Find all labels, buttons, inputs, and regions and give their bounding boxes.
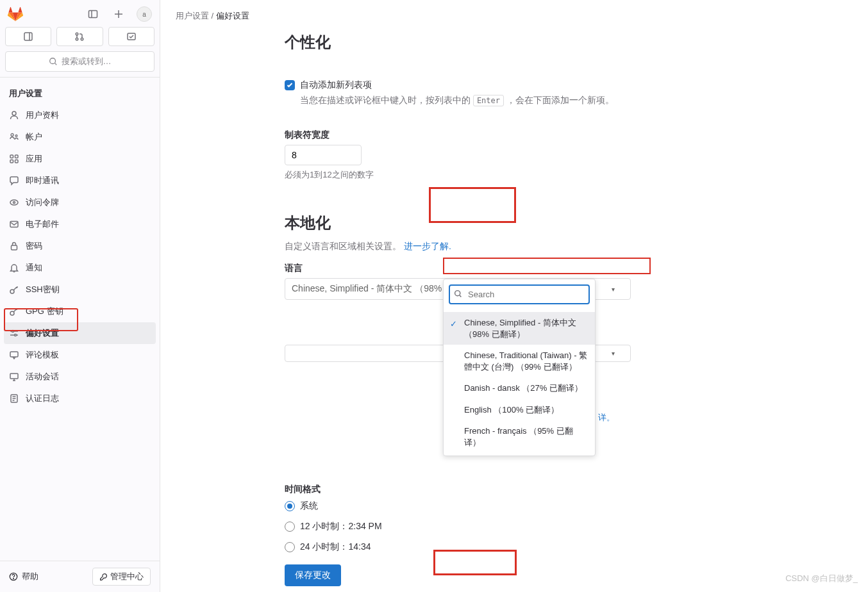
dropdown-option[interactable]: French - français （95% 已翻译） [444, 420, 595, 453]
log-icon [9, 393, 19, 404]
sidebar-item-password[interactable]: 密码 [0, 235, 160, 257]
link-fragment: 详。 [598, 412, 615, 423]
chat-icon [9, 176, 19, 186]
checkbox-label: 自动添加新列表项 [300, 79, 372, 91]
token-icon [9, 197, 19, 208]
comment-icon [9, 350, 19, 360]
search-icon [454, 290, 462, 300]
svg-point-10 [12, 111, 16, 115]
key-icon [9, 284, 19, 295]
main-content: 用户设置 / 偏好设置 个性化 自动添加新列表项 当您在描述或评论框中键入时，按… [160, 0, 868, 592]
personalization-title: 个性化 [285, 32, 741, 53]
dropdown-search-input[interactable] [449, 284, 590, 304]
nav-label: GPG 密钥 [26, 306, 63, 317]
chevron-down-icon: ▾ [612, 350, 615, 357]
sidebar-item-chat[interactable]: 即时通讯 [0, 170, 160, 192]
svg-point-17 [10, 200, 18, 205]
nav-label: SSH密钥 [26, 284, 60, 295]
nav-label: 电子邮件 [26, 218, 59, 230]
nav-label: 应用 [26, 153, 42, 165]
breadcrumb-current: 偏好设置 [216, 11, 249, 21]
svg-point-8 [49, 58, 55, 64]
breadcrumb-parent[interactable]: 用户设置 [176, 11, 209, 21]
svg-rect-13 [10, 155, 13, 158]
search-input[interactable]: 搜索或转到… [5, 51, 154, 72]
svg-rect-0 [89, 11, 97, 18]
svg-point-26 [15, 334, 17, 336]
lock-icon [9, 241, 19, 251]
dropdown-option[interactable]: Chinese, Traditional (Taiwan) - 繁體中文 (台灣… [444, 345, 595, 377]
svg-rect-27 [10, 352, 18, 357]
sidebar-item-profile[interactable]: 用户资料 [0, 104, 160, 126]
sidebar-item-authlog[interactable]: 认证日志 [0, 388, 160, 409]
time-radio-12h[interactable] [285, 522, 295, 532]
language-label: 语言 [285, 263, 741, 274]
sidebar-item-notifications[interactable]: 通知 [0, 257, 160, 279]
search-placeholder: 搜索或转到… [62, 56, 112, 67]
localization-desc: 自定义语言和区域相关设置。 进一步了解. [285, 241, 741, 252]
svg-line-38 [460, 295, 461, 296]
tab-width-label: 制表符宽度 [285, 129, 741, 141]
chevron-down-icon: ▾ [612, 286, 615, 293]
nav-label: 访问令牌 [26, 197, 59, 208]
user-avatar[interactable]: a [137, 6, 152, 22]
svg-rect-14 [15, 155, 19, 158]
account-icon [9, 132, 19, 142]
auto-add-checkbox[interactable] [285, 80, 295, 90]
profile-icon [9, 110, 19, 120]
todos-button[interactable] [108, 27, 154, 46]
nav-label: 活动会话 [26, 371, 59, 382]
svg-rect-2 [24, 33, 32, 40]
nav-label: 帐户 [26, 131, 42, 143]
tab-width-help: 必须为1到12之间的数字 [285, 169, 741, 181]
sidebar-item-email[interactable]: 电子邮件 [0, 213, 160, 235]
wrench-icon [99, 573, 108, 581]
language-dropdown: ✓Chinese, Simplified - 简体中文 （98% 已翻译） Ch… [443, 279, 596, 456]
dropdown-option[interactable]: ✓Chinese, Simplified - 简体中文 （98% 已翻译） [444, 312, 595, 345]
svg-rect-15 [10, 160, 13, 163]
help-label: 帮助 [22, 571, 38, 582]
merge-requests-button[interactable] [56, 27, 103, 46]
dropdown-option[interactable]: English （100% 已翻译） [444, 399, 595, 421]
admin-button[interactable]: 管理中心 [92, 568, 151, 586]
help-link[interactable]: 帮助 [9, 571, 38, 582]
sidebar-item-preferences[interactable]: 偏好设置 [4, 322, 156, 344]
learn-more-link[interactable]: 进一步了解. [404, 241, 451, 251]
nav-label: 偏好设置 [26, 327, 59, 339]
time-format-label: 时间格式 [285, 484, 741, 495]
svg-point-4 [76, 33, 79, 35]
svg-point-36 [13, 579, 14, 579]
sidebar-item-apps[interactable]: 应用 [0, 148, 160, 170]
svg-line-9 [54, 63, 56, 65]
monitor-icon [9, 372, 19, 382]
sidebar-item-tokens[interactable]: 访问令牌 [0, 192, 160, 213]
svg-rect-20 [12, 245, 17, 250]
nav-label: 即时通讯 [26, 175, 59, 186]
sidebar-item-gpg[interactable]: GPG 密钥 [0, 300, 160, 322]
gitlab-logo[interactable] [8, 6, 23, 22]
check-icon: ✓ [450, 318, 457, 330]
email-icon [9, 219, 19, 229]
preferences-icon [9, 328, 19, 338]
help-icon [9, 572, 18, 581]
svg-point-37 [455, 290, 460, 295]
sidebar: a 搜索或转到… 用户设置 用户资料 帐户 应用 即时通讯 访问令牌 电子邮件 … [0, 0, 160, 592]
sidebar-item-account[interactable]: 帐户 [0, 126, 160, 148]
admin-label: 管理中心 [110, 571, 144, 582]
time-radio-24h[interactable] [285, 542, 295, 552]
issues-button[interactable] [5, 27, 51, 46]
watermark: CSDN @白日做梦_ [785, 573, 858, 584]
time-radio-system[interactable] [285, 501, 295, 511]
sidebar-item-templates[interactable]: 评论模板 [0, 344, 160, 366]
svg-point-12 [15, 135, 17, 137]
radio-label: 24 小时制：14:34 [300, 541, 371, 553]
avatar-text: a [142, 11, 146, 18]
sidebar-item-sessions[interactable]: 活动会话 [0, 366, 160, 388]
svg-point-6 [81, 38, 84, 40]
sidebar-item-ssh[interactable]: SSH密钥 [0, 279, 160, 300]
panel-toggle-icon[interactable] [85, 6, 101, 22]
save-button[interactable]: 保存更改 [285, 564, 341, 586]
tab-width-input[interactable] [285, 145, 362, 165]
dropdown-option[interactable]: Danish - dansk （27% 已翻译） [444, 377, 595, 399]
plus-icon[interactable] [111, 6, 126, 22]
